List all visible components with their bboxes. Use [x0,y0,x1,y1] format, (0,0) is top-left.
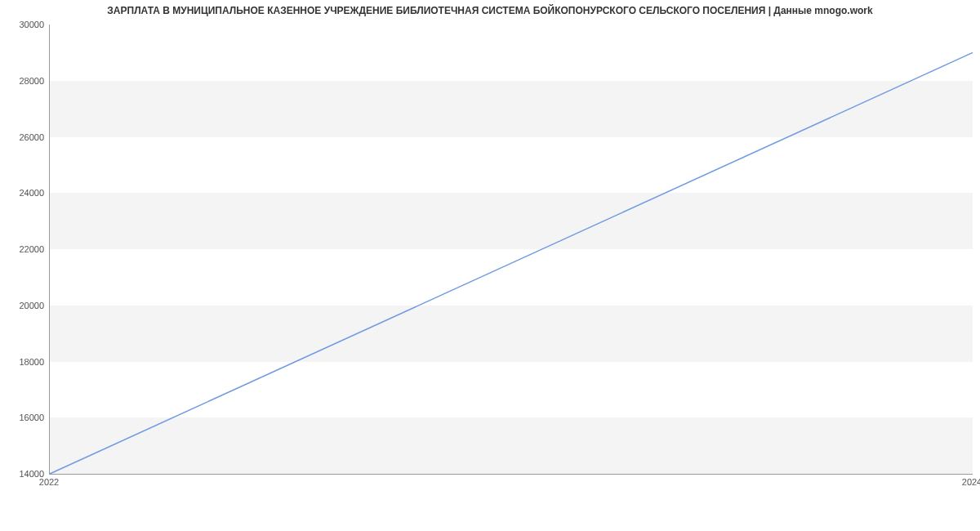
chart-title: ЗАРПЛАТА В МУНИЦИПАЛЬНОЕ КАЗЕННОЕ УЧРЕЖД… [0,5,980,16]
chart-container: ЗАРПЛАТА В МУНИЦИПАЛЬНОЕ КАЗЕННОЕ УЧРЕЖД… [0,0,980,506]
y-tick-label: 26000 [3,132,44,142]
x-tick-label: 2024 [962,477,980,487]
y-tick-label: 16000 [3,413,44,422]
y-tick-label: 20000 [3,301,44,310]
line-series [50,25,973,474]
y-tick-label: 22000 [3,244,44,254]
plot-area [49,25,973,475]
y-tick-label: 14000 [3,469,44,479]
y-tick-label: 18000 [3,357,44,367]
y-tick-label: 24000 [3,188,44,198]
x-tick-label: 2022 [39,477,59,487]
y-tick-label: 30000 [3,20,44,29]
y-tick-label: 28000 [3,76,44,86]
